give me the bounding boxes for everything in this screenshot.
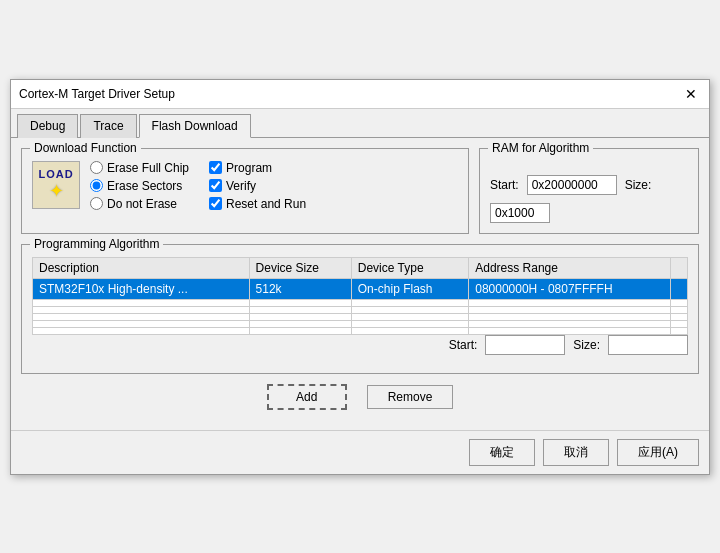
cell-address-range: 08000000H - 0807FFFFH xyxy=(469,278,670,299)
algo-start-input[interactable] xyxy=(485,335,565,355)
erase-full-radio[interactable] xyxy=(90,161,103,174)
tab-bar: Debug Trace Flash Download xyxy=(11,109,709,138)
download-function-label: Download Function xyxy=(30,141,141,155)
algo-start-label: Start: xyxy=(449,338,478,352)
apply-button[interactable]: 应用(A) xyxy=(617,439,699,466)
program-label: Program xyxy=(226,161,272,175)
top-panels: Download Function LOAD ✦ Erase Full Chip xyxy=(21,148,699,234)
check-program: Program xyxy=(209,161,306,175)
reset-run-label: Reset and Run xyxy=(226,197,306,211)
download-function-inner: LOAD ✦ Erase Full Chip Erase Sectors xyxy=(32,161,458,211)
radio-erase-sectors: Erase Sectors xyxy=(90,179,189,193)
verify-checkbox[interactable] xyxy=(209,179,222,192)
main-window: Cortex-M Target Driver Setup ✕ Debug Tra… xyxy=(10,79,710,475)
close-button[interactable]: ✕ xyxy=(681,86,701,102)
col-device-size: Device Size xyxy=(249,257,351,278)
erase-full-label: Erase Full Chip xyxy=(107,161,189,175)
do-not-erase-radio[interactable] xyxy=(90,197,103,210)
ram-size-label: Size: xyxy=(625,178,652,192)
empty-row-3 xyxy=(33,313,688,320)
cell-device-size: 512k xyxy=(249,278,351,299)
download-function-group: Download Function LOAD ✦ Erase Full Chip xyxy=(21,148,469,234)
algo-size-input[interactable] xyxy=(608,335,688,355)
empty-row-2 xyxy=(33,306,688,313)
ram-fields: Start: Size: xyxy=(490,175,688,223)
check-reset-run: Reset and Run xyxy=(209,197,306,211)
empty-row-1 xyxy=(33,299,688,306)
programming-algorithm-label: Programming Algorithm xyxy=(30,237,163,251)
col-extra xyxy=(670,257,687,278)
content-area: Download Function LOAD ✦ Erase Full Chip xyxy=(11,138,709,430)
erase-sectors-label: Erase Sectors xyxy=(107,179,182,193)
table-header: Description Device Size Device Type Addr… xyxy=(33,257,688,278)
ram-size-input[interactable] xyxy=(490,203,550,223)
add-button[interactable]: Add xyxy=(267,384,347,410)
algorithm-table: Description Device Size Device Type Addr… xyxy=(32,257,688,335)
radio-do-not-erase: Do not Erase xyxy=(90,197,189,211)
col-address-range: Address Range xyxy=(469,257,670,278)
remove-button[interactable]: Remove xyxy=(367,385,454,409)
verify-label: Verify xyxy=(226,179,256,193)
program-checkbox[interactable] xyxy=(209,161,222,174)
cancel-button[interactable]: 取消 xyxy=(543,439,609,466)
ram-algorithm-group: RAM for Algorithm Start: Size: xyxy=(479,148,699,234)
radio-erase-full: Erase Full Chip xyxy=(90,161,189,175)
confirm-button[interactable]: 确定 xyxy=(469,439,535,466)
erase-sectors-radio[interactable] xyxy=(90,179,103,192)
ram-algorithm-label: RAM for Algorithm xyxy=(488,141,593,155)
load-icon: LOAD ✦ xyxy=(32,161,80,209)
tab-trace[interactable]: Trace xyxy=(80,114,136,138)
col-device-type: Device Type xyxy=(351,257,468,278)
header-row: Description Device Size Device Type Addr… xyxy=(33,257,688,278)
check-verify: Verify xyxy=(209,179,306,193)
start-size-row: Start: Size: xyxy=(32,335,688,355)
empty-row-4 xyxy=(33,320,688,327)
cell-device-type: On-chip Flash xyxy=(351,278,468,299)
window-title: Cortex-M Target Driver Setup xyxy=(19,87,175,101)
title-bar: Cortex-M Target Driver Setup ✕ xyxy=(11,80,709,109)
do-not-erase-label: Do not Erase xyxy=(107,197,177,211)
ram-start-input[interactable] xyxy=(527,175,617,195)
empty-row-5 xyxy=(33,327,688,334)
checkbox-column: Program Verify Reset and Run xyxy=(209,161,306,211)
tab-debug[interactable]: Debug xyxy=(17,114,78,138)
algo-size-label: Size: xyxy=(573,338,600,352)
action-row: Add Remove xyxy=(21,384,699,410)
table-row[interactable]: STM32F10x High-density ... 512k On-chip … xyxy=(33,278,688,299)
radio-column: Erase Full Chip Erase Sectors Do not Era… xyxy=(90,161,189,211)
footer: 确定 取消 应用(A) xyxy=(11,430,709,474)
cell-extra xyxy=(670,278,687,299)
reset-run-checkbox[interactable] xyxy=(209,197,222,210)
ram-start-label: Start: xyxy=(490,178,519,192)
tab-flash-download[interactable]: Flash Download xyxy=(139,114,251,138)
col-description: Description xyxy=(33,257,250,278)
programming-algorithm-group: Programming Algorithm Description Device… xyxy=(21,244,699,374)
cell-description: STM32F10x High-density ... xyxy=(33,278,250,299)
table-body: STM32F10x High-density ... 512k On-chip … xyxy=(33,278,688,334)
